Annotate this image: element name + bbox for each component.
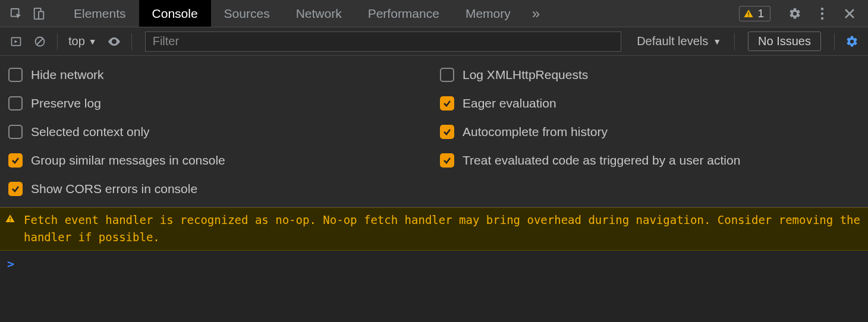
option-eager-evaluation: Eager evaluation — [440, 96, 860, 111]
issues-label: No Issues — [758, 34, 811, 48]
message-text: Fetch event handler is recognized as no-… — [24, 211, 862, 245]
svg-rect-2 — [39, 11, 43, 19]
option-label[interactable]: Hide network — [31, 68, 104, 82]
more-options-icon[interactable] — [811, 2, 834, 25]
divider — [834, 33, 835, 50]
option-label[interactable]: Eager evaluation — [463, 96, 556, 111]
tab-console[interactable]: Console — [139, 0, 211, 27]
svg-marker-11 — [15, 40, 18, 43]
svg-rect-4 — [749, 15, 750, 17]
close-devtools-icon[interactable] — [838, 2, 861, 25]
option-group-similar: Group similar messages in console — [8, 153, 428, 168]
settings-icon[interactable] — [784, 2, 806, 25]
option-label[interactable]: Preserve log — [31, 96, 101, 111]
divider — [734, 33, 735, 50]
svg-rect-3 — [749, 12, 750, 14]
checkbox[interactable] — [440, 96, 454, 111]
warning-icon — [5, 213, 15, 224]
console-prompt[interactable]: > — [0, 251, 868, 277]
console-message-warning[interactable]: Fetch event handler is recognized as no-… — [0, 207, 868, 251]
option-log-xhr: Log XMLHttpRequests — [440, 68, 860, 82]
tab-network[interactable]: Network — [283, 0, 355, 27]
issues-button[interactable]: No Issues — [748, 31, 821, 51]
inspect-element-icon[interactable] — [5, 2, 27, 25]
filter-input[interactable] — [145, 31, 621, 52]
console-toolbar: top ▼ Default levels ▼ No Issues — [0, 27, 868, 56]
tab-label: Sources — [224, 7, 270, 21]
tab-label: Console — [152, 7, 198, 21]
execution-context-dropdown[interactable]: top ▼ — [65, 34, 100, 48]
checkbox[interactable] — [8, 125, 23, 139]
chevron-double-right-icon: » — [532, 5, 540, 22]
context-label: top — [68, 34, 85, 48]
option-label[interactable]: Group similar messages in console — [31, 153, 225, 168]
chevron-down-icon: ▼ — [89, 37, 97, 46]
levels-label: Default levels — [637, 34, 708, 48]
tab-performance[interactable]: Performance — [355, 0, 452, 27]
console-settings-icon[interactable] — [842, 31, 862, 52]
svg-point-5 — [821, 7, 823, 10]
more-tabs-button[interactable]: » — [524, 0, 548, 27]
prompt-chevron-icon: > — [7, 257, 14, 271]
option-label[interactable]: Show CORS errors in console — [31, 182, 197, 196]
log-levels-dropdown[interactable]: Default levels ▼ — [631, 34, 727, 48]
svg-point-14 — [113, 40, 115, 43]
live-expression-icon[interactable] — [104, 31, 124, 52]
option-treat-evaluated-user-action: Treat evaluated code as triggered by a u… — [440, 153, 860, 168]
tab-sources[interactable]: Sources — [211, 0, 283, 27]
option-label[interactable]: Log XMLHttpRequests — [463, 68, 588, 82]
svg-line-13 — [37, 39, 43, 45]
warnings-badge[interactable]: 1 — [739, 6, 770, 21]
warnings-count: 1 — [757, 7, 764, 20]
checkbox[interactable] — [440, 68, 454, 82]
tab-label: Elements — [74, 7, 126, 21]
tab-memory[interactable]: Memory — [452, 0, 524, 27]
checkbox[interactable] — [8, 153, 23, 168]
tab-elements[interactable]: Elements — [61, 0, 139, 27]
option-label[interactable]: Autocomplete from history — [463, 125, 608, 139]
divider — [57, 33, 58, 50]
svg-rect-16 — [10, 220, 11, 222]
toggle-sidebar-icon[interactable] — [6, 31, 26, 52]
chevron-down-icon: ▼ — [713, 37, 721, 46]
console-settings-panel: Hide network Log XMLHttpRequests Preserv… — [0, 56, 868, 207]
tab-label: Network — [296, 7, 342, 21]
tab-label: Performance — [368, 7, 439, 21]
option-autocomplete-history: Autocomplete from history — [440, 125, 860, 139]
divider — [131, 33, 132, 50]
option-preserve-log: Preserve log — [8, 96, 428, 111]
option-show-cors-errors: Show CORS errors in console — [8, 182, 428, 196]
panel-tabs: Elements Console Sources Network Perform… — [61, 0, 739, 27]
checkbox[interactable] — [8, 182, 23, 196]
devtools-tabbar: Elements Console Sources Network Perform… — [0, 0, 868, 27]
warning-icon — [743, 8, 754, 19]
checkbox[interactable] — [440, 125, 454, 139]
checkbox[interactable] — [8, 68, 23, 82]
tab-label: Memory — [466, 7, 511, 21]
svg-point-6 — [821, 12, 823, 14]
checkbox[interactable] — [440, 153, 454, 168]
option-hide-network: Hide network — [8, 68, 428, 82]
option-label[interactable]: Treat evaluated code as triggered by a u… — [463, 153, 740, 168]
checkbox[interactable] — [8, 96, 23, 111]
svg-point-7 — [821, 17, 823, 19]
clear-console-icon[interactable] — [30, 31, 50, 52]
option-label[interactable]: Selected context only — [31, 125, 150, 139]
option-selected-context-only: Selected context only — [8, 125, 428, 139]
device-toolbar-icon[interactable] — [27, 2, 50, 25]
svg-rect-15 — [10, 217, 11, 220]
